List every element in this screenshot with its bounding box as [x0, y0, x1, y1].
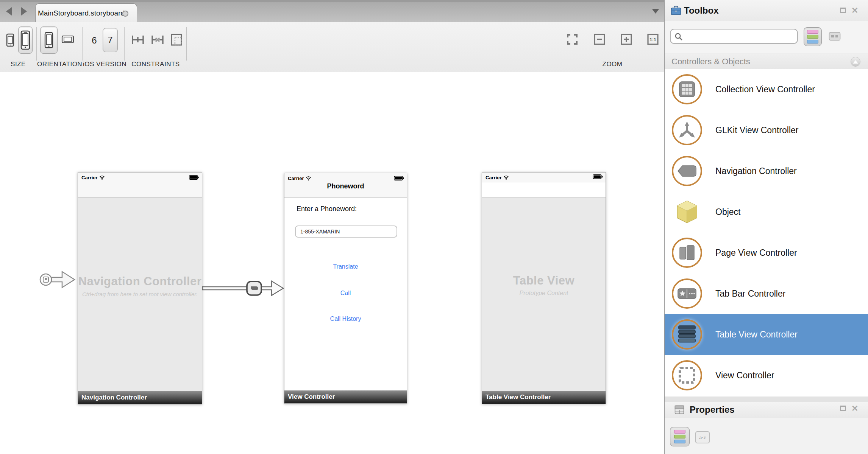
battery-icon [593, 174, 603, 179]
storyboard-entry-arrow[interactable] [34, 267, 80, 293]
window-top-edge [0, 0, 664, 2]
frame-constraint-icon[interactable] [170, 33, 183, 46]
navigate-forward-button[interactable] [18, 6, 30, 17]
root-view-segue-arrow[interactable] [201, 277, 286, 300]
dock-icon [840, 406, 846, 411]
nav-scene-footer-label[interactable]: Navigation Controller [78, 391, 202, 404]
zoom-in-icon[interactable] [620, 33, 632, 45]
tab-bar: MainStoryboard.storyboard [0, 0, 664, 22]
toolbox-item-table-view-controller[interactable]: Table View Controller [665, 314, 868, 355]
close-properties-button[interactable]: ✕ [851, 406, 858, 412]
blue-bar-icon [807, 40, 818, 44]
toolbox-header: Toolbox ✕ [665, 0, 868, 21]
section-controllers-objects[interactable]: Controllers & Objects [665, 53, 868, 70]
properties-category-view-button[interactable] [670, 427, 690, 446]
nav-scene-content[interactable]: Navigation Controller Ctrl+drag from her… [78, 198, 202, 391]
table-scene-footer-label[interactable]: Table View Controller [482, 391, 606, 404]
table-header-area [482, 182, 606, 198]
tab-list-dropdown-button[interactable] [650, 7, 661, 16]
call-button[interactable]: Call [284, 290, 407, 297]
view-scene-footer-label[interactable]: View Controller [284, 390, 407, 403]
zoom-fit-icon[interactable] [566, 33, 578, 45]
section-title: Controllers & Objects [671, 57, 750, 67]
az-sort-icon: a·z [699, 435, 706, 440]
nav-bar-title: Phoneword [284, 182, 407, 190]
iphone-small-icon[interactable] [6, 33, 14, 48]
phoneword-text-field[interactable]: 1-855-XAMARIN [295, 225, 397, 238]
chevron-up-icon [853, 60, 858, 64]
ios6-option[interactable]: 6 [90, 34, 99, 47]
tab-close-dot-icon[interactable] [122, 11, 128, 17]
panel-splitter[interactable] [665, 396, 868, 402]
search-icon [674, 33, 683, 41]
alphabetical-sort-button[interactable]: a·z [695, 431, 710, 443]
nav-placeholder-subtitle: Ctrl+drag from here to set root view con… [78, 291, 202, 297]
zoom-out-icon[interactable] [593, 33, 606, 45]
zoom-group: 1:1 ZOOM [561, 22, 663, 72]
ios7-option-selected[interactable]: 7 [103, 28, 118, 52]
toolbox-item-navigation-controller[interactable]: Navigation Controller [665, 151, 868, 191]
dock-panel-button[interactable] [840, 8, 847, 14]
search-input[interactable] [670, 29, 798, 44]
toolbox-item-page-view-controller[interactable]: Page View Controller [665, 232, 868, 273]
scene-view-controller[interactable]: Carrier Phoneword Enter a Phoneword: 1-8… [284, 173, 407, 404]
page-view-icon [672, 238, 702, 268]
tab-bar-icon [672, 278, 702, 309]
wifi-icon [99, 176, 105, 180]
zoom-group-label: ZOOM [561, 61, 663, 68]
compact-grid-icon [829, 32, 841, 41]
glkit-axes-icon [672, 115, 702, 145]
carrier-label: Carrier [486, 175, 502, 180]
carrier-label: Carrier [81, 175, 98, 180]
battery-icon [189, 175, 199, 180]
nav-scene-statusbar: Carrier [78, 173, 202, 198]
toolbox-item-list: Collection View Controller GLKit View Co… [665, 69, 868, 397]
dock-properties-button[interactable] [840, 406, 847, 412]
view-scene-content[interactable]: Enter a Phoneword: 1-855-XAMARIN Transla… [284, 197, 407, 390]
call-history-button[interactable]: Call History [284, 316, 407, 322]
zoom-actual-icon[interactable]: 1:1 [647, 33, 659, 45]
toolbox-item-collection-view-controller[interactable]: Collection View Controller [665, 69, 868, 110]
category-view-button[interactable] [804, 27, 822, 46]
toolbox-item-object[interactable]: Object [665, 191, 868, 232]
iphone-large-icon [20, 30, 30, 50]
remove-constraint-icon[interactable] [151, 33, 164, 46]
pink-bar-icon [674, 430, 685, 434]
navigate-back-button[interactable] [3, 6, 14, 17]
constraints-group: CONSTRAINTS [125, 22, 186, 72]
landscape-icon[interactable] [61, 35, 74, 44]
object-cube-icon [672, 197, 702, 227]
ios-version-group: 6 7 iOS VERSION [83, 22, 124, 72]
battery-icon [394, 176, 404, 180]
scene-table-view-controller[interactable]: Carrier Table View Prototype Content Tab… [482, 172, 606, 404]
view-scene-navbar: Carrier Phoneword [284, 173, 407, 197]
wifi-icon [306, 176, 311, 180]
storyboard-canvas[interactable]: Carrier Navigation Controller Ctrl+drag … [0, 72, 664, 454]
portrait-button[interactable] [40, 26, 58, 54]
table-scene-content[interactable]: Table View Prototype Content [482, 198, 606, 391]
dock-icon [840, 8, 846, 13]
table-view-icon [672, 319, 702, 350]
back-arrow-icon [6, 7, 12, 16]
close-panel-button[interactable]: ✕ [851, 8, 858, 14]
close-icon: ✕ [851, 406, 858, 412]
scene-navigation-controller[interactable]: Carrier Navigation Controller Ctrl+drag … [78, 172, 202, 404]
wifi-icon [503, 176, 509, 180]
toolbox-search-row [665, 21, 868, 53]
blue-bar-icon [674, 440, 685, 443]
close-icon: ✕ [851, 8, 858, 14]
toolbox-item-view-controller[interactable]: View Controller [665, 355, 868, 396]
toolbox-item-glkit-view-controller[interactable]: GLKit View Controller [665, 110, 868, 151]
iphone-large-button[interactable] [18, 26, 33, 54]
tab-mainstoryboard[interactable]: MainStoryboard.storyboard [35, 3, 137, 22]
translate-button[interactable]: Translate [284, 263, 407, 270]
properties-title: Properties [690, 404, 735, 415]
add-constraint-icon[interactable] [131, 33, 145, 46]
table-placeholder-subtitle: Prototype Content [482, 290, 606, 297]
view-controller-dashed-icon [672, 360, 702, 390]
collapse-section-button[interactable] [851, 57, 860, 67]
toolbox-item-tab-bar-controller[interactable]: Tab Bar Controller [665, 273, 868, 314]
collection-grid-icon [672, 74, 702, 104]
toolbox-briefcase-icon [671, 6, 681, 16]
compact-view-button[interactable] [829, 32, 841, 41]
